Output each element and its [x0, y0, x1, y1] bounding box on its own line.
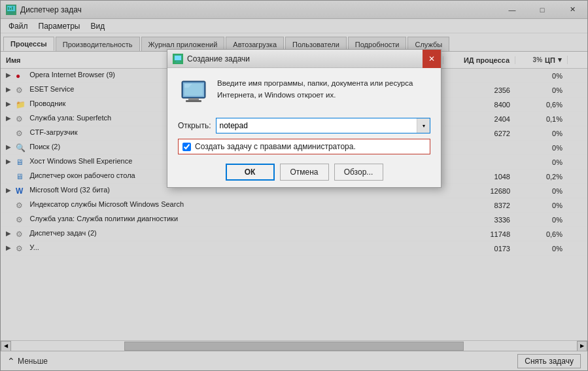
browse-button[interactable]: Обзор...	[334, 164, 383, 181]
dialog-top-section: Введите имя программы, папки, документа …	[178, 77, 430, 109]
dialog-overlay: Создание задачи ✕	[0, 0, 588, 371]
dialog-title-text: Создание задачи	[187, 54, 250, 63]
dialog-title-bar: Создание задачи ✕	[167, 50, 441, 68]
dialog-app-icon	[173, 54, 183, 64]
dialog-close-button[interactable]: ✕	[423, 50, 441, 68]
open-input[interactable]	[216, 118, 417, 133]
computer-icon	[178, 77, 209, 109]
svg-rect-8	[175, 56, 181, 60]
svg-rect-10	[175, 62, 181, 63]
cancel-button[interactable]: Отмена	[280, 164, 329, 181]
open-input-wrap: ▾	[216, 118, 430, 133]
dialog-body: Введите имя программы, папки, документа …	[167, 68, 441, 187]
dialog-buttons: ОК Отмена Обзор...	[178, 164, 430, 181]
dropdown-button[interactable]: ▾	[417, 118, 430, 133]
svg-rect-14	[186, 100, 201, 102]
svg-rect-13	[188, 98, 199, 100]
svg-rect-9	[176, 61, 180, 62]
create-task-dialog: Создание задачи ✕	[167, 49, 441, 188]
dialog-title-left: Создание задачи	[173, 54, 250, 64]
admin-checkbox-label: Создать задачу с правами администратора.	[195, 142, 356, 151]
dialog-desc-text: Введите имя программы, папки, документа …	[217, 79, 413, 99]
open-form-row: Открыть: ▾	[178, 118, 430, 133]
ok-button[interactable]: ОК	[226, 164, 275, 181]
dialog-description: Введите имя программы, папки, документа …	[217, 77, 413, 109]
admin-checkbox-row: Создать задачу с правами администратора.	[178, 139, 430, 154]
admin-checkbox[interactable]	[182, 143, 191, 151]
open-label: Открыть:	[178, 121, 211, 130]
